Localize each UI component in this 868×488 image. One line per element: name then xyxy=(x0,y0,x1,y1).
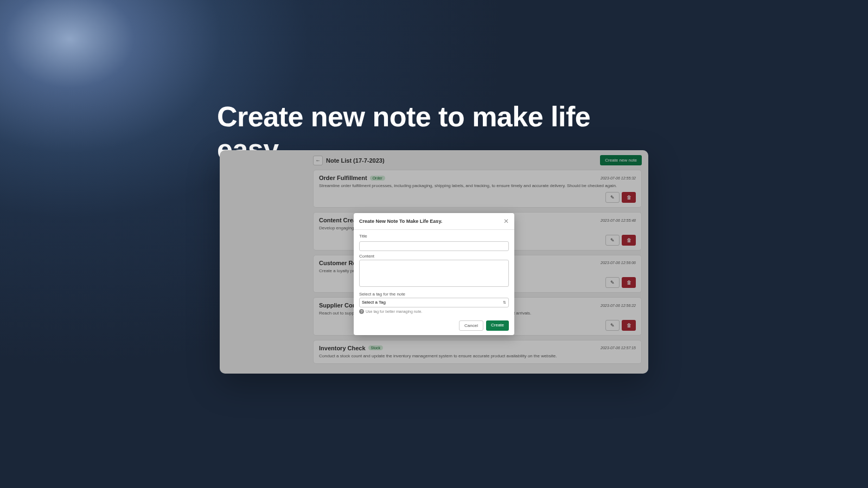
tag-label: Select a tag for the note xyxy=(359,292,509,297)
close-button[interactable]: ✕ xyxy=(503,217,509,225)
cancel-button[interactable]: Cancel xyxy=(459,320,483,331)
create-button[interactable]: Create xyxy=(486,320,509,331)
help-text: Use tag for better managing note. xyxy=(366,310,422,313)
content-textarea[interactable] xyxy=(359,260,509,287)
title-label: Title xyxy=(359,234,509,239)
content-label: Content xyxy=(359,254,509,259)
app-frame: ← Note List (17-7-2023) Create new note … xyxy=(220,150,648,374)
create-note-modal: Create New Note To Make Life Easy. ✕ Tit… xyxy=(354,213,514,335)
title-input[interactable] xyxy=(359,241,509,251)
modal-title: Create New Note To Make Life Easy. xyxy=(359,219,442,224)
help-icon: ? xyxy=(359,309,364,314)
select-caret-icon: ⇅ xyxy=(503,300,506,305)
tag-select-value: Select a Tag xyxy=(362,300,386,305)
close-icon: ✕ xyxy=(503,217,509,225)
tag-select[interactable]: Select a Tag ⇅ xyxy=(359,298,509,307)
